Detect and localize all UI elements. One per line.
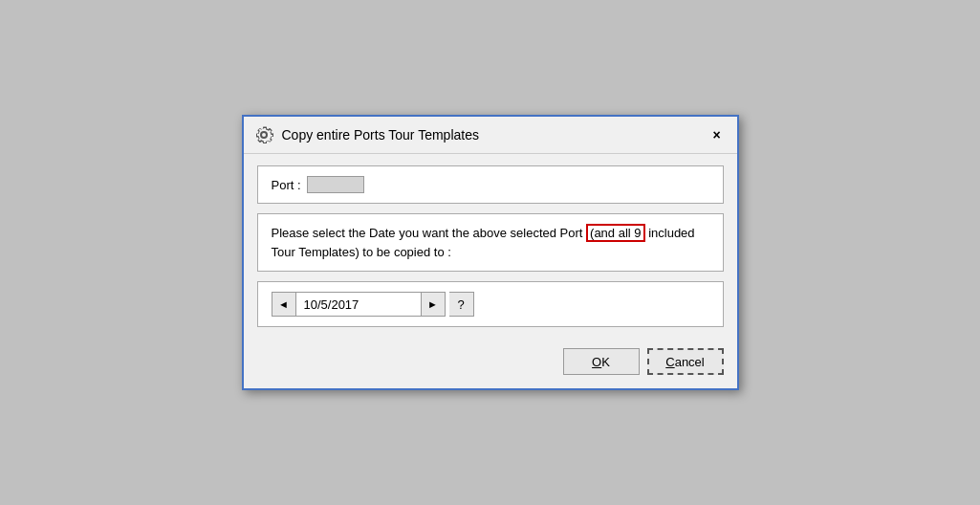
ok-button[interactable]: OK <box>563 348 640 375</box>
ok-label-underline: O <box>592 355 601 369</box>
cancel-label-rest: ancel <box>675 355 705 369</box>
port-row: Port : <box>272 176 709 193</box>
cancel-button[interactable]: Cancel <box>647 348 724 375</box>
cancel-label-underline: C <box>665 355 674 369</box>
description-part1: Please select the Date you want the abov… <box>272 226 587 240</box>
highlighted-text: (and all 9 <box>586 224 644 242</box>
close-button[interactable]: × <box>707 124 728 145</box>
dialog-body: Port : Please select the Date you want t… <box>244 154 737 339</box>
next-date-button[interactable]: ► <box>421 292 446 317</box>
date-section: ◄ ► ? <box>257 281 724 327</box>
date-input[interactable] <box>296 292 421 317</box>
copy-ports-dialog: Copy entire Ports Tour Templates × Port … <box>242 115 739 390</box>
description-section: Please select the Date you want the abov… <box>257 213 724 272</box>
dialog-title: Copy entire Ports Tour Templates <box>282 127 699 143</box>
date-picker-row: ◄ ► ? <box>272 292 709 317</box>
dialog-footer: OK Cancel <box>244 339 737 388</box>
port-label: Port : <box>272 178 301 192</box>
description-text: Please select the Date you want the abov… <box>272 224 709 261</box>
port-section: Port : <box>257 165 724 204</box>
title-bar: Copy entire Ports Tour Templates × <box>244 117 737 154</box>
dialog-icon <box>253 124 274 145</box>
prev-date-button[interactable]: ◄ <box>272 292 296 317</box>
port-value-box <box>307 176 364 193</box>
ok-label-rest: K <box>601 355 610 369</box>
help-button[interactable]: ? <box>449 292 474 317</box>
